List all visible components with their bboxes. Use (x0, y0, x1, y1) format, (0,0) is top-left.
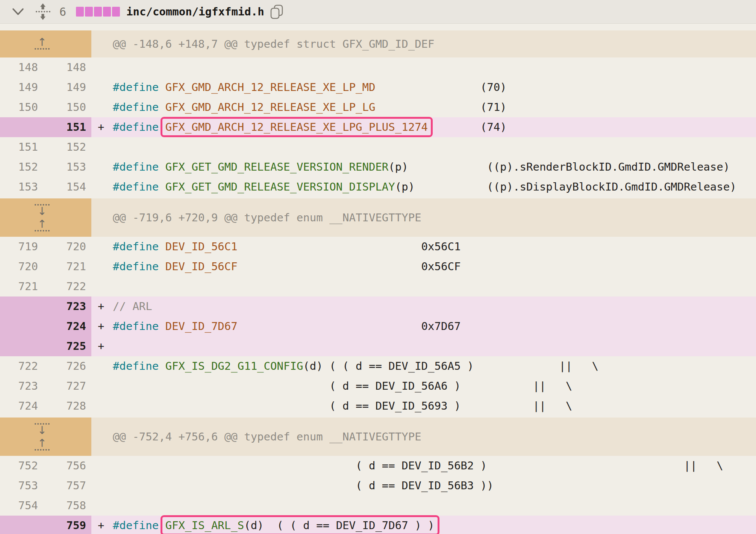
diff-row: 723+// ARL (0, 296, 756, 316)
new-line-number[interactable]: 727 (45, 376, 91, 396)
code-segment: (71) (375, 101, 506, 113)
new-line-number[interactable]: 148 (45, 57, 91, 77)
expand-up-button[interactable]: ↑ (34, 38, 50, 51)
diffstat-square (103, 7, 111, 17)
code-segment: #define (113, 180, 165, 193)
old-line-number[interactable]: 152 (0, 157, 45, 177)
code-line: #define GFX_IS_ARL_S(d) ( ( d == DEV_ID_… (113, 516, 435, 534)
line-number-gutter: 148148 (0, 57, 91, 77)
old-line-number[interactable] (0, 296, 45, 316)
old-line-number[interactable]: 753 (0, 476, 45, 496)
old-line-number[interactable] (0, 336, 45, 356)
code-segment: #define (113, 121, 165, 133)
diff-marker (91, 376, 113, 396)
diffstat-square (112, 7, 120, 17)
new-line-number[interactable]: 756 (45, 456, 91, 476)
code-line: #define GFX_GMD_ARCH_12_RELEASE_XE_LP_MD… (113, 77, 507, 97)
old-line-number[interactable]: 153 (0, 177, 45, 197)
old-line-number[interactable]: 723 (0, 376, 45, 396)
code-line: ( d == DEV_ID_56A6 ) || \ (113, 376, 572, 396)
new-line-number[interactable]: 728 (45, 396, 91, 416)
old-line-number[interactable] (0, 516, 45, 534)
diff-marker: + (91, 296, 113, 316)
new-line-number[interactable]: 724 (45, 316, 91, 336)
code-segment: (d) ( ( d == DEV_ID_7D67 ) ) (244, 519, 434, 532)
copy-icon[interactable] (269, 4, 285, 20)
old-line-number[interactable]: 722 (0, 356, 45, 376)
code-segment: GFX_GMD_ARCH_12_RELEASE_XE_LP_MD (165, 81, 376, 94)
diff-row: 753757 ( d == DEV_ID_56B3 )) (0, 476, 756, 496)
new-line-number[interactable]: 725 (45, 336, 91, 356)
old-line-number[interactable] (0, 117, 45, 137)
new-line-number[interactable]: 721 (45, 257, 91, 277)
line-number-gutter: 722726 (0, 356, 91, 376)
new-line-number[interactable]: 153 (45, 157, 91, 177)
new-line-number[interactable]: 722 (45, 277, 91, 296)
code-segment: #define (113, 519, 165, 532)
old-line-number[interactable]: 724 (0, 396, 45, 416)
new-line-number[interactable]: 723 (45, 296, 91, 316)
hunk-range-label: @@ -148,6 +148,7 @@ typedef struct GFX_G… (113, 38, 435, 50)
highlight-box: GFX_GMD_ARCH_12_RELEASE_XE_LPG_PLUS_1274 (161, 117, 433, 137)
new-line-number[interactable]: 154 (45, 177, 91, 197)
new-line-number[interactable]: 151 (45, 117, 91, 137)
fold-dots (35, 230, 50, 231)
diff-row: 149149#define GFX_GMD_ARCH_12_RELEASE_XE… (0, 77, 756, 97)
expand-down-button[interactable]: ↓ (34, 203, 50, 216)
diff-row: 151152 (0, 137, 756, 157)
new-line-number[interactable]: 759 (45, 516, 91, 534)
old-line-number[interactable]: 149 (0, 77, 45, 97)
old-line-number[interactable]: 719 (0, 237, 45, 257)
diff-marker: + (91, 516, 113, 534)
new-line-number[interactable]: 149 (45, 77, 91, 97)
old-line-number[interactable]: 151 (0, 137, 45, 157)
file-path[interactable]: inc/common/igfxfmid.h (126, 5, 264, 18)
old-line-number[interactable]: 721 (0, 277, 45, 296)
hunk-header: ↓↑@@ -719,6 +720,9 @@ typedef enum __NAT… (0, 198, 756, 237)
new-line-number[interactable]: 726 (45, 356, 91, 376)
old-line-number[interactable] (0, 316, 45, 336)
code-segment: DEV_ID_56C1 (165, 240, 238, 253)
old-line-number[interactable]: 754 (0, 496, 45, 516)
code-segment: (70) (375, 81, 506, 94)
diff-row: 152153#define GFX_GET_GMD_RELEASE_VERSIO… (0, 157, 756, 177)
diffstat-square (94, 7, 102, 17)
diff-marker: + (91, 316, 113, 336)
new-line-number[interactable]: 150 (45, 97, 91, 117)
code-segment: (d) ( ( d == DEV_ID_56A5 ) || \ (303, 360, 598, 372)
line-number-gutter: 723727 (0, 376, 91, 396)
diff-marker (91, 57, 113, 77)
code-segment: #define (113, 260, 165, 273)
expand-down-button[interactable]: ↓ (34, 422, 50, 435)
hunk-range-label: @@ -752,4 +756,6 @@ typedef enum __NATIV… (113, 430, 421, 443)
code-segment: GFX_GMD_ARCH_12_RELEASE_XE_LPG_PLUS_1274 (165, 121, 428, 133)
expand-up-button[interactable]: ↑ (34, 439, 50, 452)
code-segment: GFX_IS_DG2_G11_CONFIG (165, 360, 303, 372)
diff-marker (91, 97, 113, 117)
new-line-number[interactable]: 720 (45, 237, 91, 257)
arrow-down-icon: ↓ (38, 207, 47, 216)
new-line-number[interactable]: 758 (45, 496, 91, 516)
chevron-down-icon[interactable] (11, 6, 25, 17)
file-header: 6 inc/common/igfxfmid.h (0, 0, 756, 24)
old-line-number[interactable]: 148 (0, 57, 45, 77)
code-line: #define DEV_ID_56C1 0x56C1 (113, 237, 461, 257)
old-line-number[interactable]: 752 (0, 456, 45, 476)
new-line-number[interactable]: 152 (45, 137, 91, 157)
old-line-number[interactable]: 720 (0, 257, 45, 277)
code-segment: #define (113, 360, 165, 372)
code-line: #define DEV_ID_7D67 0x7D67 (113, 316, 461, 336)
code-line: ( d == DEV_ID_5693 ) || \ (113, 396, 572, 416)
diffstat-square (85, 7, 93, 17)
move-icon[interactable] (35, 3, 51, 21)
highlight-box: GFX_IS_ARL_S(d) ( ( d == DEV_ID_7D67 ) ) (161, 515, 439, 534)
code-line: // ARL (113, 296, 152, 316)
new-line-number[interactable]: 757 (45, 476, 91, 496)
code-segment: 0x56C1 (238, 240, 461, 253)
diff-row: 759+#define GFX_IS_ARL_S(d) ( ( d == DEV… (0, 516, 756, 534)
expand-up-button[interactable]: ↑ (34, 219, 50, 233)
code-segment: ( d == DEV_ID_56A6 ) || \ (113, 380, 572, 392)
old-line-number[interactable]: 150 (0, 97, 45, 117)
diff-marker: + (91, 336, 113, 356)
hunk-expand-gutter: ↑ (0, 30, 91, 57)
